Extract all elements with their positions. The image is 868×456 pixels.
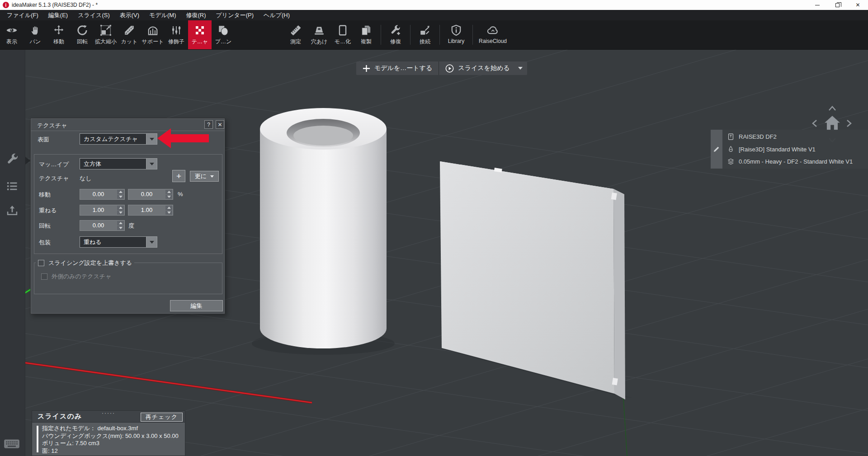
spin-up-button[interactable] (117, 221, 124, 226)
layers-icon (727, 158, 735, 165)
cloud-icon (486, 23, 499, 38)
add-texture-button[interactable]: + (172, 170, 185, 182)
spin-up-button[interactable] (165, 206, 172, 210)
more-button[interactable]: 更に (190, 171, 219, 182)
start-slice-button[interactable]: スライスを始める (439, 61, 516, 75)
menu-bar: ファイル(F) 編集(E) スライス(S) 表示(V) モデル(M) 修復(R)… (0, 10, 868, 20)
dropdown-arrow-button[interactable] (146, 237, 157, 247)
spin-down-button[interactable] (165, 211, 172, 215)
edit-button[interactable]: 編集 (170, 300, 223, 311)
toolbar-separator (439, 25, 440, 45)
toolbar-modelize[interactable]: モ…化 (331, 20, 354, 49)
spin-up-button[interactable] (117, 190, 124, 194)
toolbar-view[interactable]: 表示 (0, 20, 24, 49)
menu-model[interactable]: モデル(M) (144, 10, 181, 20)
menu-repair[interactable]: 修復(R) (181, 10, 211, 20)
chevron-up-icon (167, 207, 171, 209)
close-button[interactable]: ✕ (848, 0, 868, 10)
menu-view[interactable]: 表示(V) (115, 10, 144, 20)
minimize-button[interactable] (807, 0, 827, 10)
restore-button[interactable] (827, 0, 848, 10)
menu-printer[interactable]: プリンター(P) (211, 10, 259, 20)
settings-wrench-icon[interactable] (6, 153, 19, 168)
dropdown-arrow-button[interactable] (146, 159, 157, 169)
toolbar-repair[interactable]: 修復 (384, 20, 407, 49)
toolbar-cut[interactable]: カット (118, 20, 141, 49)
ruler-icon (290, 23, 302, 38)
nav-up-chevron[interactable] (828, 105, 836, 113)
edit-settings-strip[interactable] (711, 130, 722, 169)
toolbar-duplicate[interactable]: 複製 (354, 20, 378, 49)
model-list-icon[interactable] (6, 180, 19, 194)
spin-up-button[interactable] (165, 190, 172, 194)
toolbar-label: ブ…ン (215, 38, 232, 46)
panel-collapse-arrow[interactable] (25, 157, 30, 166)
toolbar-support[interactable]: サポート (141, 20, 165, 49)
model-cylinder[interactable] (260, 108, 387, 348)
rotation-label: 回転 (39, 222, 51, 230)
chevron-down-icon (167, 212, 171, 214)
toolbar-modifier[interactable]: 修飾子 (165, 20, 188, 49)
nav-left-chevron[interactable] (812, 119, 817, 129)
upload-icon[interactable] (6, 204, 19, 219)
move-x-spinbox[interactable]: 0.00 (80, 189, 125, 200)
import-model-button[interactable]: モデルを…ートする (356, 61, 439, 75)
repeat-y-spinbox[interactable]: 1.00 (128, 205, 173, 216)
override-slicing-checkbox-row[interactable]: スライシング設定を上書きする (36, 259, 134, 267)
toolbar-raisecloud[interactable]: RaiseCloud (476, 20, 510, 49)
window-title: ideaMaker 5.1.3 (RAISE3D DF2) - * (12, 2, 98, 8)
mapping-type-dropdown[interactable]: 立方体 (80, 158, 157, 169)
override-slicing-checkbox[interactable] (38, 260, 44, 266)
slice-options-caret[interactable] (516, 61, 527, 75)
menu-slice[interactable]: スライス(S) (73, 10, 115, 20)
surface-dropdown[interactable]: カスタムテクスチャ (80, 133, 157, 145)
support-icon (147, 23, 159, 38)
wrap-dropdown[interactable]: 重ねる (80, 236, 157, 248)
recheck-button[interactable]: 再チェック (141, 413, 183, 422)
keyboard-icon[interactable] (4, 437, 20, 451)
menu-edit[interactable]: 編集(E) (43, 10, 73, 20)
toolbar-label: 測定 (290, 38, 301, 46)
spin-down-button[interactable] (117, 211, 124, 215)
viewport-3d[interactable]: モデルを…ートする スライスを始める RAISE3D DF2 [Raise3D] (0, 50, 868, 456)
toolbar-drill[interactable]: 穴あけ (307, 20, 331, 49)
move-unit: % (178, 191, 183, 197)
toolbar-move[interactable]: 移動 (47, 20, 71, 49)
spin-down-button[interactable] (165, 195, 172, 199)
toolbar-label: テ…ャ (192, 38, 208, 46)
repeat-x-spinbox[interactable]: 1.00 (80, 205, 125, 216)
app-logo-icon: i (3, 2, 9, 8)
toolbar-connect[interactable]: 接続 (413, 20, 437, 49)
chevron-down-icon (119, 196, 123, 198)
sliders-icon (171, 23, 182, 38)
toolbar-label: パン (30, 38, 41, 46)
toolbar-texture[interactable]: テ…ャ (188, 20, 212, 49)
rotation-spinbox[interactable]: 0.00 (80, 220, 125, 231)
printer-info-panel[interactable]: RAISE3D DF2 [Raise3D] Standard White V1 … (711, 130, 868, 169)
toolbar-rotate[interactable]: 回転 (71, 20, 94, 49)
menu-help[interactable]: ヘルプ(H) (259, 10, 295, 20)
menu-file[interactable]: ファイル(F) (2, 10, 43, 20)
spin-down-button[interactable] (117, 195, 124, 199)
model-plate[interactable] (440, 161, 625, 400)
toolbar-measure[interactable]: 測定 (284, 20, 307, 49)
toolbar-label: 修飾子 (168, 38, 184, 46)
toolbar-label: モ…化 (335, 38, 351, 46)
slice-panel-header[interactable]: スライスのみ ····· 再チェック (32, 410, 185, 423)
texture-label: テクスチャ (39, 174, 69, 183)
toolbar-pan[interactable]: パン (24, 20, 47, 49)
toolbar-scale[interactable]: 拡大縮小 (94, 20, 118, 49)
toolbar-separator (381, 25, 381, 45)
move-y-spinbox[interactable]: 0.00 (128, 189, 173, 200)
nav-right-chevron[interactable] (846, 119, 852, 129)
slice-template-name: 0.05mm - Heavy - DF2 - Standard White V1 (739, 158, 853, 165)
chevron-down-icon (150, 241, 154, 244)
toolbar-boolean[interactable]: ブ…ン (212, 20, 235, 49)
play-icon (445, 64, 454, 73)
dropdown-arrow-button[interactable] (146, 134, 157, 144)
spin-down-button[interactable] (117, 226, 124, 230)
spin-up-button[interactable] (117, 206, 124, 210)
toolbar-label: 接続 (420, 38, 430, 46)
dialog-close-button[interactable]: ✕ (216, 120, 224, 129)
toolbar-library[interactable]: Library (443, 20, 470, 49)
